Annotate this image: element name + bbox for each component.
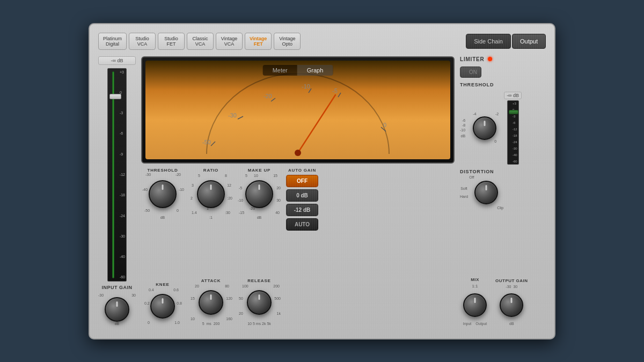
plugin-frame: PlatinumDigital StudioVCA StudioFET Clas… [89,23,555,339]
limiter-output-fader[interactable] [509,110,518,114]
output-gain-section: OUTPUT GAIN -30 30 dB [495,278,528,326]
release-knob[interactable] [247,290,272,315]
auto-gain-12db-button[interactable]: -12 dB [286,204,318,216]
svg-line-0 [211,142,215,146]
input-knob-min: -30 [98,293,104,297]
mix-knob[interactable] [463,293,487,317]
limiter-led [488,57,492,61]
knee-group: KNEE 0.4 0.6 0.2 0.8 0 1.0 [141,282,184,326]
limiter-meter-label: -∞ dB [504,92,522,99]
svg-text:-50: -50 [202,139,211,145]
auto-gain-off-button[interactable]: OFF [286,175,318,187]
side-chain-button[interactable]: Side Chain [466,34,511,49]
auto-gain-0db-button[interactable]: 0 dB [286,189,318,202]
svg-text:-20: -20 [264,93,272,99]
auto-gain-section: AUTO GAIN OFF 0 dB -12 dB AUTO [286,168,318,274]
svg-text:0: 0 [383,122,386,128]
output-knob-max: 30 [513,285,517,289]
distortion-knob[interactable] [474,181,498,204]
release-group: RELEASE 100 200 50 500 20 1k 10 5 ms 2k … [238,278,281,326]
vu-arc-svg: -50 -30 -20 -10 -5 [196,73,400,157]
svg-text:-30: -30 [228,112,237,119]
tab-meter[interactable]: Meter [263,65,297,76]
preset-platinum-digital[interactable]: PlatinumDigital [98,33,127,50]
meter-tab-bar: Meter Graph [263,65,333,76]
right-section: LIMITER ON THRESHOLD -6 -8 -10 dB -4 [460,56,546,326]
preset-studio-vca[interactable]: StudioVCA [129,33,156,50]
svg-point-13 [295,150,301,156]
knee-title: KNEE [156,282,169,287]
threshold-knob[interactable] [149,180,177,208]
mix-title: MIX [471,277,479,282]
svg-line-12 [298,95,335,153]
mix-ratio: 1:1 [472,284,478,289]
makeup-unit: dB [257,216,262,219]
mix-section: MIX 1:1 Input Output [460,277,490,326]
ratio-title: RATIO [203,168,218,173]
bottom-controls-row: KNEE 0.4 0.6 0.2 0.8 0 1.0 ATTACK [141,278,455,326]
makeup-group: MAKE UP 5 10 15 -5 20 -10 30 -15 -20 40 [238,168,281,274]
mix-input-label: Input [463,322,472,326]
preset-studio-fet[interactable]: StudioFET [158,33,185,50]
input-gain-fader[interactable] [109,94,121,99]
auto-gain-auto-button[interactable]: AUTO [286,218,318,231]
output-gain-knob[interactable] [500,293,523,317]
limiter-title: LIMITER [460,56,485,62]
tab-graph[interactable]: Graph [297,65,333,76]
threshold-title: THRESHOLD [148,168,178,173]
input-gain-label: INPUT GAIN [101,285,132,290]
distortion-section: DISTORTION Soft Hard Off Clip [460,169,546,209]
input-gain-unit: dB [115,322,120,326]
input-gain-meter-label: -∞ dB [98,56,136,65]
ratio-knob[interactable] [197,180,225,208]
preset-classic-vca[interactable]: ClassicVCA [187,33,214,50]
input-gain-knob[interactable] [105,297,129,322]
threshold-unit: dB [160,216,165,219]
makeup-knob[interactable] [245,180,273,208]
ratio-group: RATIO 5 8 3 12 2 :20 1.4 1 :30 :1 [189,168,232,274]
attack-knob[interactable] [199,290,223,315]
svg-line-2 [238,116,243,119]
preset-buttons: PlatinumDigital StudioVCA StudioFET Clas… [98,33,301,50]
attack-title: ATTACK [201,278,221,283]
side-output-buttons: Side Chain Output [466,34,546,49]
preset-bar: PlatinumDigital StudioVCA StudioFET Clas… [98,33,546,50]
preset-vintage-vca[interactable]: VintageVCA [216,33,243,50]
limiter-on-button[interactable]: ON [460,67,481,78]
preset-vintage-opto[interactable]: VintageOpto [274,33,301,50]
output-gain-title: OUTPUT GAIN [495,278,528,283]
makeup-title: MAKE UP [248,168,271,173]
center-section: Meter Graph -50 -30 [141,56,455,326]
auto-gain-title: AUTO GAIN [288,168,316,173]
left-section: -∞ dB +3 0 -3 -6 -9 -12 -18 -24 -30 -40 … [98,56,136,326]
mix-output-label: Output [475,322,487,326]
output-knob-min: -30 [506,285,511,289]
attack-group: ATTACK 20 80 15 120 10 160 5 ms 200 [189,278,232,326]
svg-text:-10: -10 [302,83,310,90]
limiter-threshold-label: THRESHOLD [460,82,546,87]
distortion-title: DISTORTION [460,169,546,174]
top-controls-row: THRESHOLD -30 -20 -40 -10 -50 0 dB RATIO [141,168,455,274]
output-gain-unit: dB [509,322,514,326]
release-title: RELEASE [247,278,270,283]
limiter-threshold-knob[interactable] [473,116,496,140]
input-knob-max: 30 [131,293,136,297]
svg-line-8 [338,93,341,97]
vu-display: Meter Graph -50 -30 [141,56,455,164]
threshold-group: THRESHOLD -30 -20 -40 -10 -50 0 dB [141,168,184,274]
svg-text:-5: -5 [332,87,338,94]
main-content: -∞ dB +3 0 -3 -6 -9 -12 -18 -24 -30 -40 … [98,56,546,326]
output-button[interactable]: Output [512,34,546,49]
preset-vintage-fet[interactable]: VintageFET [245,33,272,50]
ratio-unit: :1 [209,216,213,219]
vu-inner: Meter Graph -50 -30 [145,61,450,159]
knee-knob[interactable] [150,294,175,319]
